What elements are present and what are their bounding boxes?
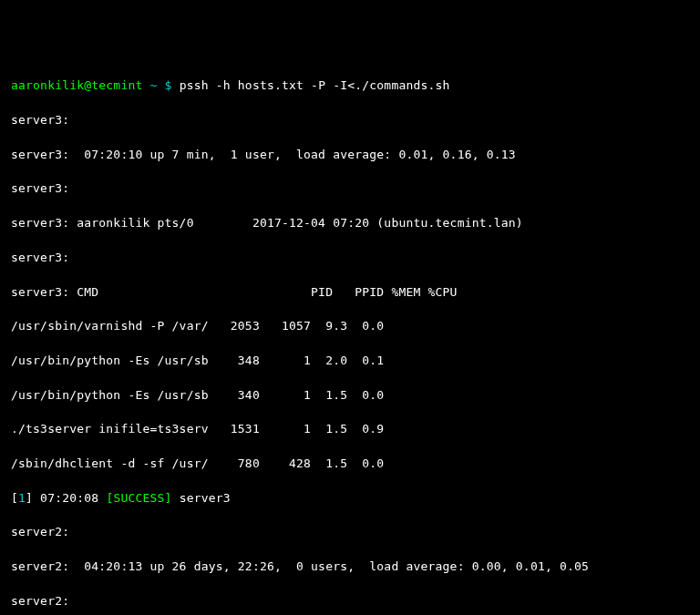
output-line: server2: 04:20:13 up 26 days, 22:26, 0 u… (11, 559, 689, 576)
output-line: server2: (11, 593, 689, 610)
prompt-tilde: ~ $ (142, 78, 179, 92)
output-line: ./ts3server inifile=ts3serv 1531 1 1.5 0… (11, 421, 689, 438)
result-line: [1] 07:20:08 [SUCCESS] server3 (11, 490, 689, 507)
result-num: 1 (18, 491, 26, 505)
prompt-line-1[interactable]: aaronkilik@tecmint ~ $ pssh -h hosts.txt… (11, 77, 689, 95)
output-line: server3: (11, 180, 689, 198)
output-line: /usr/sbin/varnishd -P /var/ 2053 1057 9.… (11, 318, 689, 335)
output-line: server3: (11, 112, 689, 129)
result-time: 07:20:08 (33, 491, 106, 505)
prompt-user: aaronkilik@tecmint (11, 78, 142, 92)
output-line: server3: CMD PID PPID %MEM %CPU (11, 284, 689, 302)
output-line: server3: (11, 250, 689, 267)
output-line: server3: 07:20:10 up 7 min, 1 user, load… (11, 147, 689, 164)
output-line: /usr/bin/python -Es /usr/sb 348 1 2.0 0.… (11, 353, 689, 370)
output-line: server2: (11, 524, 689, 541)
result-status: [SUCCESS] (106, 491, 171, 505)
output-line: /sbin/dhclient -d -sf /usr/ 780 428 1.5 … (11, 456, 689, 473)
output-line: /usr/bin/python -Es /usr/sb 340 1 1.5 0.… (11, 387, 689, 405)
prompt-command: pssh -h hosts.txt -P -I<./commands.sh (180, 78, 450, 92)
result-server: server3 (172, 491, 231, 505)
output-line: server3: aaronkilik pts/0 2017-12-04 07:… (11, 215, 689, 232)
